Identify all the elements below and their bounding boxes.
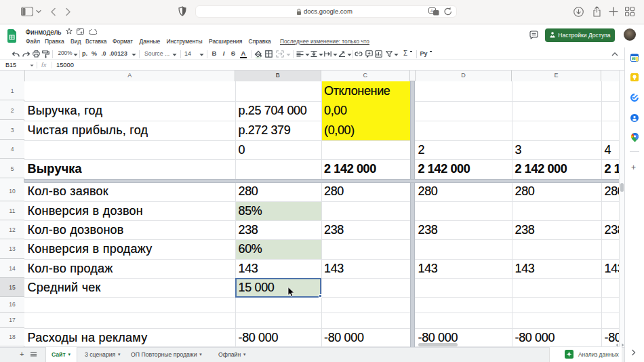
svg-text:31: 31: [632, 58, 637, 61]
